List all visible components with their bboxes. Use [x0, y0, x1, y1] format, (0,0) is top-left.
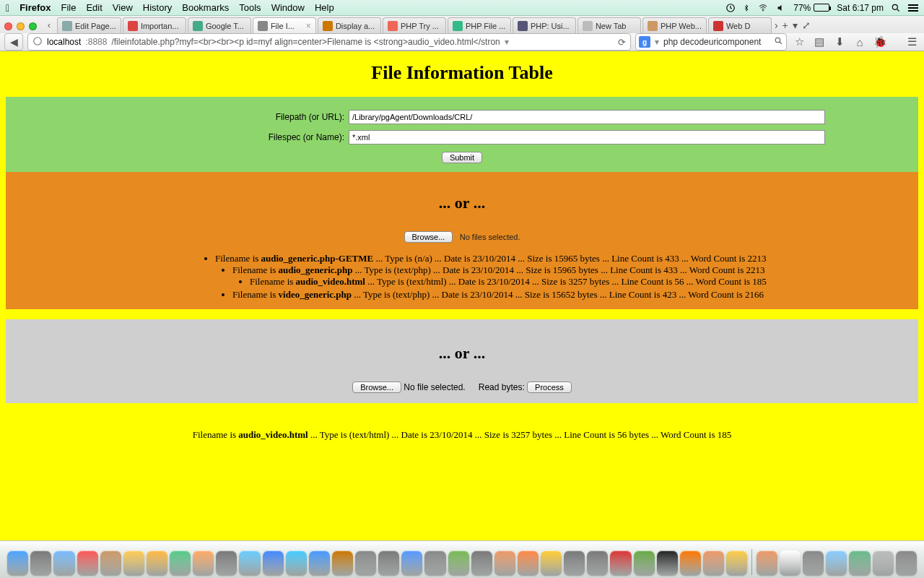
dock-item-25[interactable]	[587, 551, 608, 575]
apple-menu-icon[interactable]: 	[6, 2, 9, 14]
search-engine-dropdown-icon[interactable]: ▾	[655, 37, 659, 47]
bluetooth-icon[interactable]	[743, 3, 750, 13]
tab-scroll-right-icon[interactable]: ›	[775, 20, 778, 31]
tab-7[interactable]: PHP: Usi...	[513, 17, 576, 33]
bookmark-star-icon[interactable]: ☆	[791, 35, 807, 48]
dock-item-24[interactable]	[564, 551, 585, 575]
menu-tools[interactable]: Tools	[239, 2, 261, 13]
dock-item-16[interactable]	[378, 551, 399, 575]
process-button[interactable]: Process	[527, 381, 572, 393]
battery-status[interactable]: 77%	[793, 3, 829, 13]
timemachine-icon[interactable]	[725, 3, 736, 13]
dock-item-4[interactable]	[100, 551, 121, 575]
reload-button[interactable]: ⟳	[618, 37, 626, 48]
dock-item-36[interactable]	[849, 551, 870, 575]
firebug-icon[interactable]: 🐞	[872, 35, 888, 48]
window-minimize-button[interactable]	[17, 22, 25, 30]
tab-8[interactable]: New Tab	[578, 17, 641, 33]
dock-item-31[interactable]	[726, 551, 747, 575]
tab-3[interactable]: File I...×	[253, 17, 316, 33]
reader-icon[interactable]: ▤	[811, 35, 827, 48]
dock-item-34[interactable]	[803, 551, 824, 575]
tab-9[interactable]: PHP Web...	[642, 17, 707, 33]
dock-item-7[interactable]	[170, 551, 191, 575]
dock-item-33[interactable]	[780, 551, 801, 575]
new-tab-button[interactable]: +	[783, 20, 788, 31]
dock-item-15[interactable]	[355, 551, 376, 575]
back-button[interactable]: ◀	[4, 33, 23, 51]
menu-help[interactable]: Help	[315, 2, 334, 13]
dock-item-26[interactable]	[610, 551, 631, 575]
filespec-input[interactable]	[349, 130, 825, 144]
volume-icon[interactable]	[776, 4, 786, 12]
dock-item-32[interactable]	[757, 551, 777, 575]
svg-point-2	[892, 4, 897, 9]
dock-item-6[interactable]	[147, 551, 167, 575]
url-bar[interactable]: localhost:8888/fileinfotable.php?myf=<br…	[27, 33, 631, 51]
dock-item-2[interactable]	[53, 551, 74, 575]
dock-item-9[interactable]	[216, 551, 237, 575]
filepath-input[interactable]	[349, 110, 825, 124]
home-icon[interactable]: ⌂	[852, 36, 868, 48]
dock-item-37[interactable]	[873, 551, 894, 575]
identity-icon[interactable]	[32, 36, 43, 48]
search-go-icon[interactable]	[774, 36, 783, 48]
menu-history[interactable]: History	[143, 2, 172, 13]
dock-item-20[interactable]	[471, 551, 492, 575]
menu-view[interactable]: View	[113, 2, 133, 13]
search-bar[interactable]: g ▾ php decodeuricomponent	[635, 33, 787, 51]
dock-item-22[interactable]	[518, 551, 539, 575]
dropdown-icon[interactable]: ▾	[505, 37, 509, 47]
menu-edit[interactable]: Edit	[86, 2, 102, 13]
tab-scroll-left-icon[interactable]: ‹	[43, 18, 56, 31]
notification-center-icon[interactable]	[908, 4, 918, 12]
dock-item-28[interactable]	[657, 551, 678, 575]
dock-item-18[interactable]	[424, 551, 445, 575]
dock-item-1[interactable]	[30, 551, 51, 575]
dock-item-38[interactable]	[896, 551, 917, 575]
dock-item-8[interactable]	[193, 551, 214, 575]
tab-6[interactable]: PHP File ...	[448, 17, 511, 33]
menubar-appname[interactable]: Firefox	[19, 2, 51, 13]
tab-2[interactable]: Google T...	[188, 17, 251, 33]
file-name: audio_video.html	[238, 429, 308, 440]
tab-4[interactable]: Display a...	[318, 17, 381, 33]
dock-item-5[interactable]	[123, 551, 144, 575]
tabs-menu-icon[interactable]: ▾	[793, 20, 798, 31]
window-close-button[interactable]	[4, 22, 12, 30]
dock-item-17[interactable]	[401, 551, 422, 575]
fullscreen-icon[interactable]: ⤢	[802, 20, 811, 31]
tab-0[interactable]: Edit Page...	[57, 17, 121, 33]
tab-favicon	[323, 21, 333, 31]
window-zoom-button[interactable]	[29, 22, 37, 30]
tab-1[interactable]: Importan...	[123, 17, 186, 33]
dock-item-3[interactable]	[77, 551, 98, 575]
wifi-icon[interactable]	[757, 4, 769, 12]
menu-file[interactable]: File	[61, 2, 76, 13]
menubar-clock[interactable]: Sat 6:17 pm	[837, 3, 884, 13]
dock-item-12[interactable]	[286, 551, 307, 575]
submit-button[interactable]: Submit	[442, 152, 482, 163]
dock-item-23[interactable]	[541, 551, 562, 575]
menu-bookmarks[interactable]: Bookmarks	[182, 2, 229, 13]
dock-item-35[interactable]	[826, 551, 847, 575]
dock-item-11[interactable]	[263, 551, 284, 575]
dock-item-19[interactable]	[448, 551, 469, 575]
tab-10[interactable]: Web D	[708, 17, 772, 33]
browse-button-1[interactable]: Browse...	[404, 231, 453, 243]
menu-window[interactable]: Window	[271, 2, 305, 13]
tab-close-icon[interactable]: ×	[306, 21, 311, 31]
spotlight-icon[interactable]	[891, 3, 901, 13]
dock-item-29[interactable]	[680, 551, 701, 575]
dock-item-14[interactable]	[332, 551, 353, 575]
dock-item-21[interactable]	[494, 551, 515, 575]
dock-item-27[interactable]	[634, 551, 655, 575]
dock-item-0[interactable]	[7, 551, 28, 575]
downloads-icon[interactable]: ⬇	[832, 35, 847, 48]
hamburger-menu-icon[interactable]: ☰	[904, 35, 920, 48]
dock-item-30[interactable]	[703, 551, 724, 575]
dock-item-10[interactable]	[239, 551, 260, 575]
tab-5[interactable]: PHP Try ...	[383, 17, 446, 33]
browse-button-2[interactable]: Browse...	[352, 381, 401, 393]
dock-item-13[interactable]	[309, 551, 330, 575]
